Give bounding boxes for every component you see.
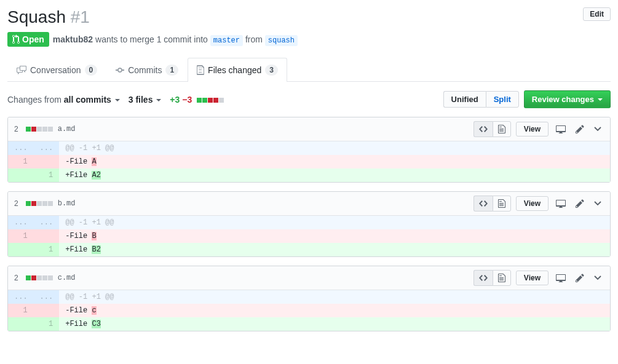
- tab-count: 3: [265, 65, 278, 76]
- file-diffstat-blocks: [26, 275, 53, 280]
- diff-view-toggle: Unified Split: [443, 91, 519, 108]
- pr-number: #1: [71, 7, 90, 26]
- file-icon: [498, 273, 505, 283]
- page-title: Squash #1: [7, 7, 90, 27]
- file-name[interactable]: a.md: [58, 125, 76, 133]
- diffstat-summary: +3 −3: [170, 95, 224, 105]
- collapse-file-button[interactable]: [592, 124, 604, 134]
- desktop-icon-button[interactable]: [553, 122, 568, 136]
- pencil-icon: [576, 124, 584, 134]
- code-icon: [479, 199, 488, 208]
- diff-body: ...... @@ -1 +1 @@ 1 -File A 1 +File A2: [8, 141, 610, 182]
- source-view-button[interactable]: [473, 196, 493, 212]
- tab-conversation[interactable]: Conversation 0: [7, 58, 106, 82]
- chevron-down-icon: [594, 127, 601, 132]
- split-button[interactable]: Split: [486, 91, 519, 108]
- edit-file-button[interactable]: [573, 122, 587, 136]
- tab-count: 0: [85, 65, 98, 76]
- diff-deletion-row: 1 -File B: [8, 229, 610, 243]
- chevron-down-icon: [594, 201, 601, 206]
- tab-label: Conversation: [30, 65, 81, 75]
- file-change-count: 2: [14, 125, 18, 133]
- edit-file-button[interactable]: [573, 196, 587, 211]
- state-label: Open: [22, 34, 44, 44]
- device-desktop-icon: [556, 124, 566, 134]
- diffstat-blocks: [197, 98, 224, 103]
- chevron-down-icon: [594, 275, 601, 280]
- file-header: 2 a.md View: [8, 117, 610, 141]
- file-icon: [498, 199, 505, 208]
- tab-count: 1: [165, 65, 178, 76]
- file-diff-icon: [197, 65, 204, 75]
- diff-addition-row: 1 +File C3: [8, 317, 610, 331]
- diff-deletion-row: 1 -File A: [8, 155, 610, 168]
- collapse-file-button[interactable]: [592, 199, 604, 208]
- merge-description: maktub82 wants to merge 1 commit into ma…: [53, 34, 298, 45]
- caret-down-icon: [115, 99, 120, 101]
- git-commit-icon: [116, 65, 124, 75]
- pr-tabs: Conversation 0 Commits 1 Files changed 3: [7, 58, 611, 82]
- caret-down-icon: [156, 99, 161, 101]
- source-view-button[interactable]: [473, 270, 493, 286]
- rendered-view-button[interactable]: [493, 196, 511, 212]
- hunk-header-row: ...... @@ -1 +1 @@: [8, 216, 610, 229]
- review-changes-button[interactable]: Review changes: [524, 90, 611, 108]
- changes-from-dropdown[interactable]: Changes from all commits: [7, 95, 120, 105]
- view-file-button[interactable]: View: [516, 271, 549, 285]
- diff-body: ...... @@ -1 +1 @@ 1 -File B 1 +File B2: [8, 216, 610, 256]
- desktop-icon-button[interactable]: [553, 271, 568, 285]
- caret-down-icon: [598, 98, 603, 101]
- collapse-file-button[interactable]: [592, 273, 604, 283]
- hunk-header-row: ...... @@ -1 +1 @@: [8, 141, 610, 155]
- edit-file-button[interactable]: [573, 271, 587, 285]
- tab-commits[interactable]: Commits 1: [106, 58, 188, 82]
- pr-title: Squash: [7, 7, 66, 26]
- unified-button[interactable]: Unified: [443, 91, 486, 108]
- view-file-button[interactable]: View: [516, 196, 549, 211]
- file-diffstat-blocks: [26, 127, 53, 132]
- pencil-icon: [576, 199, 584, 208]
- hunk-header-row: ...... @@ -1 +1 @@: [8, 290, 610, 304]
- rendered-view-button[interactable]: [493, 121, 511, 137]
- tab-files-changed[interactable]: Files changed 3: [188, 58, 287, 82]
- device-desktop-icon: [556, 273, 566, 283]
- comment-discussion-icon: [17, 65, 26, 75]
- diff-addition-row: 1 +File A2: [8, 168, 610, 182]
- git-pull-request-icon: [12, 34, 20, 44]
- file-diff: 2 b.md View ...... @@ -1 +1 @@: [7, 191, 611, 257]
- view-file-button[interactable]: View: [516, 122, 549, 136]
- file-diff: 2 c.md View ...... @@ -1 +1 @@: [7, 266, 611, 331]
- file-header: 2 c.md View: [8, 266, 610, 290]
- tab-label: Commits: [128, 65, 162, 75]
- diff-addition-row: 1 +File B2: [8, 243, 610, 256]
- code-icon: [479, 273, 488, 283]
- state-badge: Open: [7, 32, 49, 47]
- pencil-icon: [576, 273, 584, 283]
- file-change-count: 2: [14, 274, 18, 282]
- file-icon: [498, 124, 505, 134]
- source-view-button[interactable]: [473, 121, 493, 137]
- rendered-view-button[interactable]: [493, 270, 511, 286]
- edit-button[interactable]: Edit: [583, 7, 611, 21]
- file-header: 2 b.md View: [8, 192, 610, 216]
- file-name[interactable]: b.md: [58, 199, 76, 208]
- author-link[interactable]: maktub82: [53, 34, 93, 44]
- tab-label: Files changed: [208, 65, 261, 75]
- base-branch[interactable]: master: [210, 35, 243, 46]
- diff-body: ...... @@ -1 +1 @@ 1 -File c 1 +File C3: [8, 290, 610, 331]
- file-name[interactable]: c.md: [58, 274, 76, 282]
- file-filter-dropdown[interactable]: 3 files: [129, 95, 162, 105]
- desktop-icon-button[interactable]: [553, 196, 568, 211]
- file-diff: 2 a.md View ...... @@ -1 +1 @@: [7, 117, 611, 183]
- file-diffstat-blocks: [26, 201, 53, 206]
- head-branch[interactable]: squash: [265, 35, 298, 46]
- diff-deletion-row: 1 -File c: [8, 304, 610, 317]
- device-desktop-icon: [556, 199, 566, 208]
- file-change-count: 2: [14, 199, 18, 208]
- code-icon: [479, 124, 488, 134]
